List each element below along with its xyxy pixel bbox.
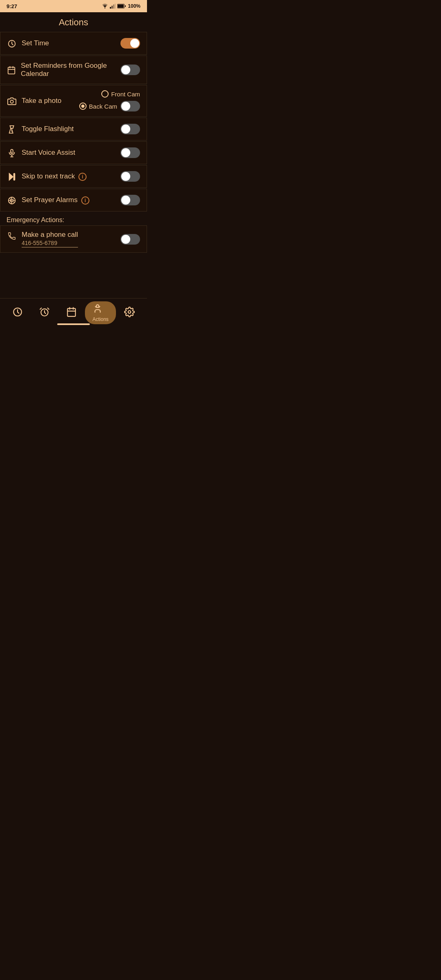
svg-point-0 bbox=[105, 8, 105, 9]
prayer-toggle[interactable] bbox=[120, 195, 140, 205]
skip-track-row: Skip to next track i bbox=[0, 165, 147, 188]
back-cam-option[interactable]: Back Cam bbox=[79, 102, 117, 110]
set-reminders-label: Set Reminders from Google Calendar bbox=[21, 62, 120, 78]
bottom-nav: Actions bbox=[0, 298, 147, 327]
svg-point-23 bbox=[128, 310, 131, 313]
svg-rect-6 bbox=[118, 4, 124, 8]
prayer-info-icon[interactable]: i bbox=[81, 196, 89, 205]
status-bar: 9:27 100% bbox=[0, 0, 147, 12]
svg-marker-15 bbox=[9, 174, 13, 180]
front-cam-radio[interactable] bbox=[101, 90, 109, 98]
mic-icon bbox=[7, 148, 17, 158]
flashlight-label: Toggle Flashlight bbox=[22, 125, 74, 133]
phone-number: 416-555-6789 bbox=[22, 240, 78, 247]
skip-icon bbox=[7, 172, 17, 181]
phone-icon bbox=[7, 231, 17, 241]
skip-track-toggle[interactable] bbox=[120, 171, 140, 182]
wifi-icon bbox=[102, 4, 108, 9]
camera-icon bbox=[7, 96, 17, 106]
status-icons: 100% bbox=[102, 3, 140, 9]
set-reminders-row: Set Reminders from Google Calendar bbox=[0, 56, 147, 84]
svg-point-22 bbox=[96, 305, 99, 307]
back-cam-radio[interactable] bbox=[79, 102, 87, 110]
clock-icon bbox=[7, 38, 17, 48]
voice-assist-row: Start Voice Assist bbox=[0, 141, 147, 164]
nav-actions-label: Actions bbox=[92, 316, 108, 322]
take-photo-label: Take a photo bbox=[22, 97, 61, 105]
front-cam-option[interactable]: Front Cam bbox=[101, 90, 140, 98]
svg-rect-16 bbox=[14, 174, 15, 180]
set-reminders-toggle[interactable] bbox=[120, 65, 140, 75]
phone-call-row: Make a phone call 416-555-6789 bbox=[0, 225, 147, 253]
prayer-alarms-row: Set Prayer Alarms i bbox=[0, 189, 147, 212]
nav-alarm-icon bbox=[39, 307, 50, 319]
battery-percentage: 100% bbox=[128, 3, 140, 9]
take-photo-row: Take a photo Front Cam Back Cam bbox=[0, 85, 147, 117]
nav-alarm[interactable] bbox=[31, 307, 58, 319]
home-indicator bbox=[57, 323, 90, 325]
svg-point-10 bbox=[10, 100, 13, 103]
take-photo-toggle[interactable] bbox=[120, 101, 140, 111]
svg-rect-7 bbox=[125, 5, 126, 7]
prayer-label: Set Prayer Alarms i bbox=[22, 196, 89, 205]
flashlight-toggle[interactable] bbox=[120, 124, 140, 134]
emergency-label: Emergency Actions: bbox=[0, 212, 147, 225]
nav-actions-icon bbox=[92, 308, 103, 315]
set-time-row: Set Time bbox=[0, 32, 147, 55]
svg-rect-9 bbox=[8, 67, 15, 74]
page-title: Actions bbox=[0, 12, 147, 32]
skip-track-label: Skip to next track i bbox=[22, 172, 87, 181]
flashlight-icon bbox=[7, 124, 17, 134]
calendar-icon bbox=[7, 65, 16, 75]
set-time-toggle[interactable] bbox=[120, 38, 140, 49]
svg-rect-1 bbox=[110, 7, 111, 9]
nav-clock[interactable] bbox=[4, 307, 31, 319]
front-cam-label: Front Cam bbox=[111, 91, 140, 98]
signal-icon bbox=[110, 4, 116, 9]
voice-assist-toggle[interactable] bbox=[120, 147, 140, 158]
nav-clock-icon bbox=[12, 307, 23, 319]
svg-rect-2 bbox=[111, 6, 113, 9]
svg-rect-3 bbox=[113, 4, 114, 9]
nav-settings[interactable] bbox=[116, 307, 143, 319]
nav-calendar-icon bbox=[66, 307, 77, 319]
skip-info-icon[interactable]: i bbox=[78, 173, 87, 181]
phone-call-toggle[interactable] bbox=[120, 234, 140, 245]
nav-calendar[interactable] bbox=[58, 307, 85, 319]
nav-actions[interactable]: Actions bbox=[85, 301, 116, 324]
svg-rect-21 bbox=[68, 308, 76, 316]
prayer-icon bbox=[7, 195, 17, 205]
status-time: 9:27 bbox=[7, 3, 17, 9]
toggle-flashlight-row: Toggle Flashlight bbox=[0, 118, 147, 140]
set-time-label: Set Time bbox=[22, 39, 49, 47]
battery-icon bbox=[117, 4, 126, 9]
svg-rect-4 bbox=[115, 4, 116, 9]
nav-settings-icon bbox=[124, 307, 135, 319]
voice-assist-label: Start Voice Assist bbox=[22, 149, 75, 157]
phone-call-label: Make a phone call bbox=[22, 231, 78, 239]
back-cam-label: Back Cam bbox=[89, 103, 117, 110]
